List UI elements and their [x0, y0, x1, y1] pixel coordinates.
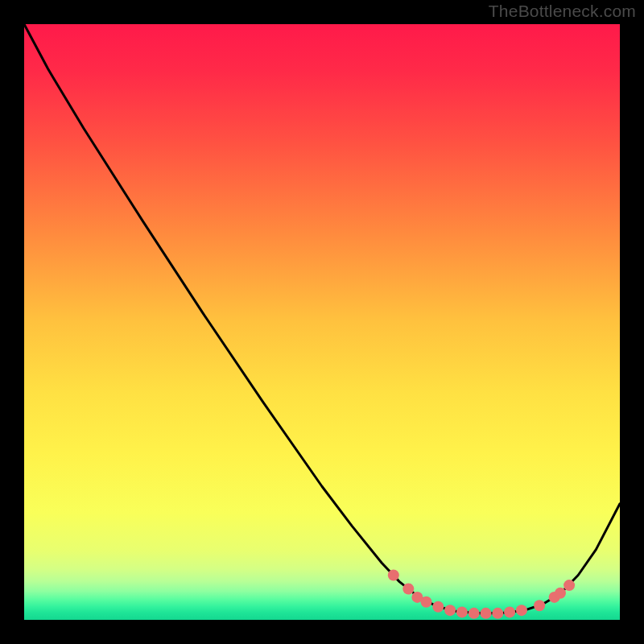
data-point [534, 600, 545, 611]
marker-layer [24, 24, 620, 620]
data-point [481, 608, 492, 619]
data-point [432, 601, 444, 613]
chart-container: TheBottleneck.com [0, 0, 644, 644]
data-point [421, 597, 432, 608]
data-point [504, 606, 515, 617]
data-point [402, 584, 414, 595]
watermark-text: TheBottleneck.com [489, 2, 636, 21]
data-point [492, 608, 503, 619]
data-point [564, 580, 575, 591]
data-point [456, 606, 468, 617]
data-point [444, 605, 456, 616]
data-point [555, 588, 566, 599]
data-point [469, 608, 480, 619]
data-point [388, 570, 399, 581]
plot-area [24, 24, 620, 620]
data-point [516, 605, 527, 616]
